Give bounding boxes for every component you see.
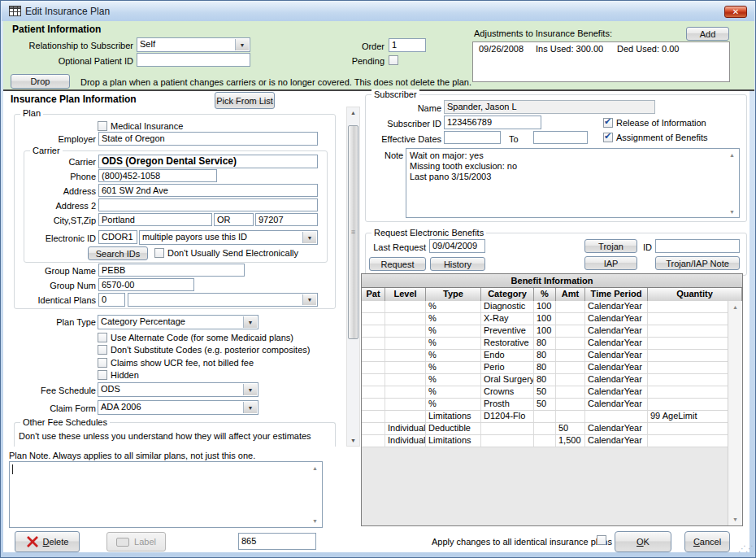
effective-to-field[interactable] [533, 131, 588, 144]
payors-dropdown[interactable]: multiple payors use this ID ▼ [139, 230, 318, 245]
scroll-down-icon[interactable]: ▼ [728, 517, 742, 522]
column-header[interactable]: Quantity [648, 288, 742, 301]
zip-field[interactable]: 97207 [255, 213, 318, 226]
optional-patient-id-field[interactable] [137, 53, 250, 67]
employer-field[interactable]: State of Oregon [98, 132, 318, 146]
benefit-row[interactable]: %Endo80CalendarYear [362, 350, 728, 362]
cancel-button[interactable]: Cancel [684, 531, 730, 552]
group-name-field[interactable]: PEBB [98, 264, 245, 277]
scroll-up-icon[interactable]: ▲ [729, 152, 735, 158]
dont-substitute-codes-checkbox[interactable] [98, 345, 107, 355]
city-field[interactable]: Portland [98, 213, 212, 226]
benefit-cell: 100 [534, 301, 556, 312]
address2-field[interactable] [98, 198, 318, 211]
column-header[interactable]: Type [426, 288, 481, 301]
column-header[interactable]: Pat [362, 288, 385, 301]
plan-type-dropdown[interactable]: Category Percentage ▼ [98, 315, 259, 329]
column-header[interactable]: Time Period [585, 288, 648, 301]
benefit-row[interactable]: %Crowns50CalendarYear [362, 386, 728, 399]
column-header[interactable]: Category [481, 288, 534, 301]
scroll-down-icon[interactable]: ▼ [729, 209, 735, 215]
close-button[interactable]: ✕ [724, 6, 747, 18]
column-header[interactable]: Level [385, 288, 426, 301]
delete-button[interactable]: Delete [15, 531, 80, 552]
scroll-up-icon[interactable]: ▲ [728, 304, 742, 310]
benefit-cell [481, 423, 534, 434]
benefit-row[interactable]: LimitationsD1204-Flo99 AgeLimit [362, 411, 728, 423]
chevron-down-icon[interactable]: ▼ [243, 316, 257, 328]
search-ids-button[interactable]: Search IDs [88, 246, 148, 260]
history-button[interactable]: History [430, 257, 485, 271]
trojan-id-field[interactable] [655, 239, 740, 253]
carrier-field[interactable]: ODS (Oregon Dental Service) [98, 155, 318, 168]
column-header[interactable]: Amt [556, 288, 585, 301]
effective-from-field[interactable] [444, 131, 501, 144]
phone-field[interactable]: (800)452-1058 [98, 169, 217, 182]
chevron-down-icon[interactable]: ▼ [243, 384, 257, 395]
adjustment-row[interactable]: 09/26/2008 Ins Used: 300.00 Ded Used: 0.… [473, 42, 729, 54]
left-panel-scrollbar[interactable]: ▲ ≡ ▼ [346, 107, 360, 447]
benefit-row[interactable]: %Perio80CalendarYear [362, 362, 728, 374]
address-field[interactable]: 601 SW 2nd Ave [98, 184, 318, 197]
scroll-up-icon[interactable]: ▲ [347, 110, 359, 116]
adjustments-listbox: 09/26/2008 Ins Used: 300.00 Ded Used: 0.… [472, 41, 730, 82]
order-field[interactable]: 1 [389, 38, 426, 52]
last-request-field[interactable]: 09/04/2009 [429, 239, 485, 253]
assignment-of-benefits-checkbox[interactable] [603, 133, 613, 142]
chevron-down-icon[interactable]: ▼ [243, 402, 257, 413]
benefit-row[interactable]: %Diagnostic100CalendarYear [362, 301, 728, 313]
medical-insurance-checkbox[interactable] [98, 121, 107, 131]
benefit-row[interactable]: %X-Ray100CalendarYear [362, 313, 728, 325]
use-alternate-code-checkbox[interactable] [98, 333, 107, 342]
benefit-table-scrollbar[interactable]: ▲ ▼ [728, 301, 742, 525]
claims-ucr-checkbox[interactable] [98, 358, 107, 368]
iap-button[interactable]: IAP [584, 256, 637, 270]
ok-button[interactable]: OK [615, 531, 671, 552]
benefit-row[interactable]: IndividualDeductible50CalendarYear [362, 423, 728, 435]
identical-plans-dropdown[interactable]: ▼ [128, 293, 318, 307]
benefit-row[interactable]: %Oral Surgery80CalendarYear [362, 374, 728, 386]
scroll-down-icon[interactable]: ▼ [347, 438, 359, 443]
scroll-up-icon[interactable]: ▲ [312, 465, 318, 471]
hidden-checkbox[interactable] [98, 370, 107, 380]
trojan-iap-note-button[interactable]: Trojan/IAP Note [655, 256, 740, 270]
subscriber-id-field[interactable]: 123456789 [444, 116, 541, 129]
release-of-information-checkbox[interactable] [603, 118, 613, 128]
benefit-cell [385, 313, 426, 325]
benefit-row[interactable]: %Prosth50CalendarYear [362, 399, 728, 411]
dont-send-checkbox[interactable] [154, 248, 164, 258]
identical-plans-field[interactable]: 0 [98, 293, 125, 307]
plan-note-textarea[interactable] [9, 461, 323, 528]
drop-button[interactable]: Drop [11, 74, 70, 89]
title-bar[interactable]: Edit Insurance Plan ✕ [2, 1, 754, 21]
apply-changes-checkbox[interactable] [597, 535, 606, 545]
pick-from-list-button[interactable]: Pick From List [215, 92, 275, 109]
benefit-cell [648, 325, 728, 337]
carrier-label: Carrier [9, 157, 96, 167]
left-panel-scrollbar-thumb[interactable]: ≡ [348, 125, 358, 339]
trojan-button[interactable]: Trojan [584, 239, 637, 253]
pending-checkbox[interactable] [389, 55, 398, 65]
request-button[interactable]: Request [369, 257, 426, 271]
apply-changes-label: Apply changes to all identical insurance… [432, 537, 612, 547]
fee-schedule-dropdown[interactable]: ODS ▼ [98, 382, 259, 397]
plan-number-field[interactable]: 865 [238, 533, 316, 550]
benefit-row[interactable]: IndividualLimitations1,500CalendarYear [362, 435, 728, 447]
chevron-down-icon[interactable]: ▼ [302, 232, 316, 243]
label-button[interactable]: Label [106, 532, 166, 551]
electronic-id-field[interactable]: CDOR1 [98, 230, 137, 244]
add-adjustment-button[interactable]: Add [686, 27, 729, 41]
benefit-row[interactable]: %Preventive100CalendarYear [362, 325, 728, 338]
state-field[interactable]: OR [214, 213, 254, 226]
claim-form-dropdown[interactable]: ADA 2006 ▼ [98, 400, 259, 415]
chevron-down-icon[interactable]: ▼ [235, 39, 249, 50]
group-num-field[interactable]: 6570-00 [98, 278, 194, 291]
plan-info-heading: Insurance Plan Information [11, 94, 137, 105]
benefit-row[interactable]: %Restorative80CalendarYear [362, 338, 728, 350]
resize-grip[interactable]: ⋰⋰ [738, 544, 753, 553]
relationship-dropdown[interactable]: Self ▼ [137, 37, 250, 52]
subscriber-note-textarea[interactable]: Wait on major: yes Missing tooth exclusi… [406, 148, 740, 218]
scroll-down-icon[interactable]: ▼ [312, 518, 318, 524]
chevron-down-icon[interactable]: ▼ [302, 294, 316, 305]
column-header[interactable]: % [534, 288, 556, 301]
